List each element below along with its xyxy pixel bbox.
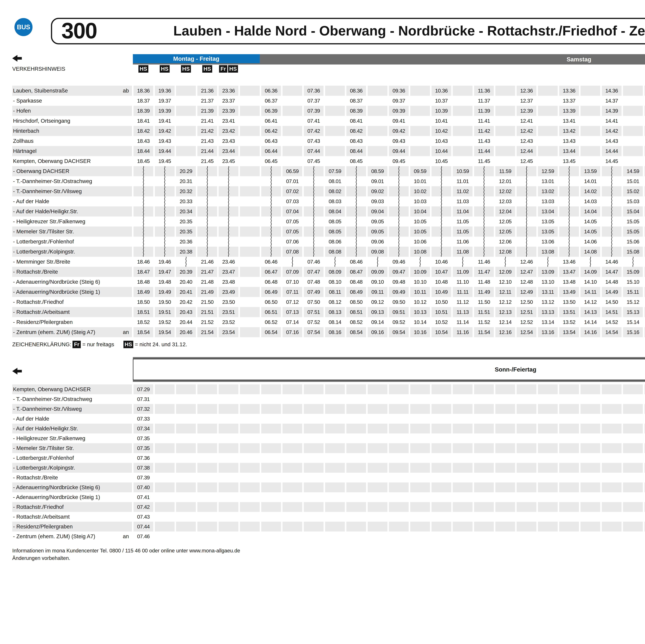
- empty-cell: [538, 136, 558, 146]
- empty-cell: [240, 156, 260, 166]
- verkehrshinweis-label: VERKEHRSHINWEIS: [12, 65, 65, 73]
- time-cell: 18.49: [134, 287, 153, 297]
- no-stop-squiggle-icon: [163, 176, 166, 186]
- empty-cell: [410, 394, 430, 404]
- empty-cell: [581, 146, 600, 156]
- time-cell: 10.03: [410, 196, 430, 206]
- time-cell: 10.13: [410, 307, 430, 317]
- time-cell: 11.52: [474, 317, 494, 327]
- no-stop-squiggle-icon: [397, 216, 401, 227]
- empty-cell: [432, 492, 451, 502]
- empty-cell: [538, 473, 558, 482]
- time-cell: 11.41: [474, 116, 494, 126]
- stop-name: - Adenauerring/Nordbrücke (Steig 1): [12, 289, 100, 295]
- time-cell: 19.45: [155, 156, 175, 166]
- time-cell: 13.50: [559, 297, 579, 307]
- empty-cell: [282, 126, 302, 136]
- stop-label-cell: - Rottachstr./Arbeitsamt: [12, 307, 132, 317]
- empty-cell: [432, 463, 451, 473]
- empty-cell: [176, 404, 196, 414]
- empty-cell: [368, 512, 387, 522]
- empty-cell: [474, 394, 494, 404]
- empty-cell: [368, 482, 387, 492]
- empty-cell: [346, 492, 366, 502]
- empty-cell: [325, 492, 345, 502]
- empty-cell: [282, 86, 302, 96]
- timetable-row: - T.-Dannheimer-Str./Ostrachweg07.31: [12, 394, 645, 404]
- time-cell: 09.04: [368, 206, 387, 216]
- legend-fr-text: = nur freitags: [82, 341, 114, 348]
- time-cell: 12.02: [495, 186, 515, 196]
- time-cell: 21.49: [197, 287, 217, 297]
- no-stop-cell: [176, 257, 196, 267]
- time-cell: 23.39: [219, 106, 238, 116]
- no-stop-squiggle-icon: [206, 216, 209, 227]
- empty-cell: [325, 106, 345, 116]
- no-stop-cell: [432, 247, 451, 257]
- time-cell: 12.03: [495, 196, 515, 206]
- empty-cell: [538, 531, 558, 541]
- no-stop-squiggle-icon: [397, 206, 401, 216]
- time-cell: 11.09: [453, 267, 472, 277]
- stop-name: - Rottachstr./Breite: [12, 474, 58, 481]
- empty-cell: [644, 424, 645, 433]
- time-cell: 11.05: [453, 216, 472, 227]
- stop-name: Zollhaus: [12, 138, 33, 144]
- empty-cell: [559, 453, 579, 463]
- time-cell: 09.02: [368, 186, 387, 196]
- time-cell: 21.48: [197, 277, 217, 287]
- time-cell: 11.44: [474, 146, 494, 156]
- time-cell: 07.40: [134, 482, 153, 492]
- no-stop-squiggle-icon: [206, 186, 209, 196]
- empty-cell: [410, 96, 430, 106]
- time-cell: 11.39: [474, 106, 494, 116]
- ab-an-note: an: [123, 533, 129, 540]
- no-stop-squiggle-icon: [142, 166, 145, 176]
- no-stop-squiggle-icon: [333, 257, 337, 267]
- no-stop-cell: [432, 166, 451, 176]
- empty-cell: [346, 404, 366, 414]
- empty-cell: [644, 531, 645, 541]
- empty-cell: [538, 463, 558, 473]
- empty-cell: [282, 136, 302, 146]
- time-cell: 09.41: [389, 116, 409, 126]
- empty-cell: [240, 247, 260, 257]
- empty-cell: [581, 414, 600, 424]
- no-stop-cell: [219, 227, 238, 237]
- time-cell: 20.32: [176, 186, 196, 196]
- empty-cell: [644, 394, 645, 404]
- empty-cell: [453, 86, 472, 96]
- time-cell: 12.11: [495, 287, 515, 297]
- empty-cell: [559, 463, 579, 473]
- time-cell: 15.41: [644, 116, 645, 126]
- no-stop-cell: [644, 176, 645, 186]
- timetable-row: - Rottachstr./Breite18.4719.4720.3921.47…: [12, 267, 645, 277]
- empty-cell: [240, 492, 260, 502]
- time-cell: 19.52: [155, 317, 175, 327]
- hs-badge: HS: [228, 65, 238, 73]
- no-stop-cell: [644, 216, 645, 227]
- no-stop-cell: [410, 257, 430, 267]
- time-cell: 08.47: [346, 267, 366, 277]
- empty-cell: [581, 404, 600, 414]
- stop-name: - Residenz/Pfeilergraben: [12, 319, 73, 325]
- time-cell: 23.43: [219, 136, 238, 146]
- time-cell: 14.39: [602, 106, 622, 116]
- no-stop-squiggle-icon: [397, 227, 401, 237]
- stop-name: - Memeler Str./Tilsiter Str.: [12, 445, 74, 451]
- time-cell: 10.01: [410, 176, 430, 186]
- empty-cell: [155, 502, 175, 512]
- time-cell: 09.59: [410, 166, 430, 176]
- empty-cell: [410, 482, 430, 492]
- no-stop-squiggle-icon: [227, 237, 230, 247]
- empty-cell: [432, 394, 451, 404]
- empty-cell: [538, 453, 558, 463]
- empty-cell: [240, 317, 260, 327]
- no-stop-squiggle-icon: [206, 237, 209, 247]
- time-cell: 07.46: [134, 531, 153, 541]
- no-stop-squiggle-icon: [461, 257, 464, 267]
- no-stop-squiggle-icon: [440, 196, 443, 206]
- no-stop-squiggle-icon: [206, 227, 209, 237]
- empty-cell: [644, 453, 645, 463]
- no-stop-cell: [474, 247, 494, 257]
